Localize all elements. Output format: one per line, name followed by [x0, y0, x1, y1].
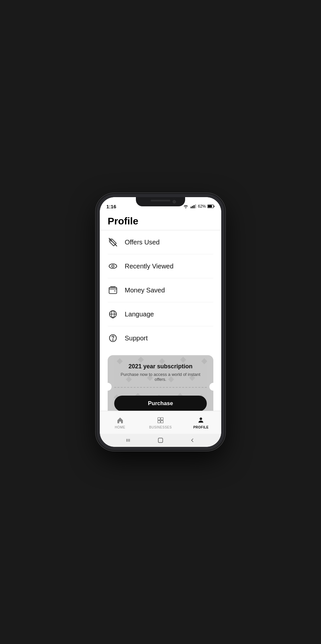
card-notch-right — [209, 383, 213, 391]
menu-item-language[interactable]: Language — [108, 302, 213, 326]
menu-item-recently-viewed[interactable]: Recently Viewed — [108, 254, 213, 278]
svg-rect-1 — [192, 206, 193, 209]
globe-icon — [108, 309, 118, 319]
wallet-icon — [108, 285, 118, 295]
nav-item-profile[interactable]: PROFILE — [181, 416, 221, 429]
app-content: Profile Offers Used — [100, 212, 221, 411]
card-notch-left — [108, 383, 112, 391]
svg-point-19 — [113, 340, 113, 340]
wifi-icon — [183, 204, 189, 209]
signal-icon — [190, 204, 196, 209]
battery-icon — [207, 204, 215, 209]
profile-header: Profile — [100, 212, 221, 230]
eye-icon — [108, 261, 118, 271]
svg-rect-34 — [158, 417, 160, 420]
businesses-icon — [156, 416, 165, 425]
android-recent-button[interactable] — [125, 437, 132, 444]
money-saved-label: Money Saved — [125, 287, 165, 294]
status-icons: 62% — [183, 204, 215, 209]
home-label: HOME — [115, 426, 125, 429]
svg-rect-6 — [208, 205, 212, 207]
phone-screen: 1:16 62% — [100, 197, 221, 447]
battery-percent: 62% — [198, 204, 206, 209]
android-home-button[interactable] — [157, 437, 164, 444]
status-time: 1:16 — [106, 204, 116, 209]
subscription-subtitle: Purchase now to access a world of instan… — [114, 372, 207, 382]
menu-item-money-saved[interactable]: Money Saved — [108, 278, 213, 302]
card-top: 2021 year subscription Purchase now to a… — [114, 363, 207, 382]
language-label: Language — [125, 310, 154, 318]
svg-rect-35 — [161, 417, 163, 420]
svg-rect-37 — [161, 420, 163, 423]
page-title: Profile — [108, 216, 213, 227]
nav-item-businesses[interactable]: BUSINESSES — [140, 416, 181, 429]
recently-viewed-label: Recently Viewed — [125, 263, 174, 270]
svg-rect-0 — [191, 207, 192, 208]
subscription-card: ✈ ✈ ✈ ✈ 🧳 🧳 🧳 🧳 🧳 — [108, 355, 213, 411]
subscription-section: ✈ ✈ ✈ ✈ 🧳 🧳 🧳 🧳 🧳 — [100, 350, 221, 411]
help-circle-icon — [108, 333, 118, 343]
notch — [136, 197, 185, 206]
speaker — [151, 200, 170, 201]
tag-off-icon — [108, 237, 118, 247]
menu-list: Offers Used Recently Viewed — [100, 230, 221, 350]
svg-point-38 — [200, 417, 202, 420]
svg-point-9 — [109, 264, 117, 268]
android-back-button[interactable] — [189, 437, 196, 444]
svg-point-10 — [112, 265, 114, 267]
card-bottom: Purchase — [114, 393, 207, 411]
subscription-title: 2021 year subscription — [114, 363, 207, 370]
card-separator — [114, 387, 207, 388]
purchase-button[interactable]: Purchase — [114, 396, 207, 411]
svg-rect-36 — [158, 420, 160, 423]
profile-nav-label: PROFILE — [193, 426, 209, 429]
svg-rect-5 — [214, 206, 214, 207]
offers-used-label: Offers Used — [125, 239, 160, 246]
android-nav — [100, 434, 221, 447]
menu-item-support[interactable]: Support — [108, 326, 213, 350]
svg-rect-2 — [194, 205, 195, 208]
menu-item-offers-used[interactable]: Offers Used — [108, 230, 213, 254]
svg-rect-42 — [158, 438, 162, 442]
svg-rect-3 — [195, 204, 196, 208]
front-camera — [173, 200, 176, 203]
support-label: Support — [125, 334, 148, 342]
bottom-nav: HOME BUSINESSES — [100, 411, 221, 434]
profile-nav-icon — [197, 416, 205, 425]
home-icon — [116, 416, 124, 425]
svg-rect-11 — [109, 288, 117, 294]
phone-frame: 1:16 62% — [96, 194, 225, 450]
businesses-label: BUSINESSES — [149, 426, 172, 429]
nav-item-home[interactable]: HOME — [100, 416, 140, 429]
